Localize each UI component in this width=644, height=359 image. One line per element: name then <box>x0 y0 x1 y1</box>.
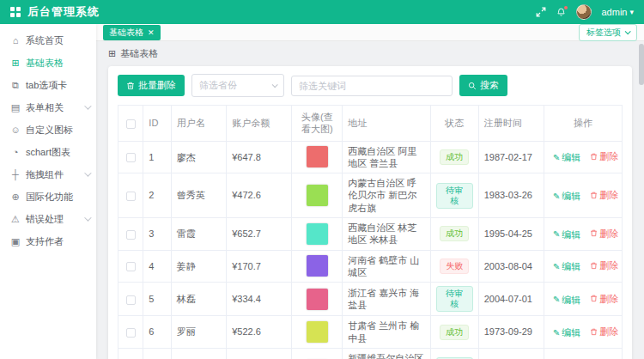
table-row: 6 罗丽 ¥522.6 甘肃省 兰州市 榆中县 成功 1973-09-29 ✎ … <box>118 316 623 349</box>
sidebar-item-系统首页[interactable]: ⌂ 系统首页 <box>0 29 96 52</box>
cell-balance: ¥488.6 <box>227 348 292 359</box>
header-operations: 操作 <box>544 106 622 142</box>
row-checkbox[interactable] <box>126 153 136 162</box>
edit-icon: ✎ <box>553 228 560 240</box>
sidebar-item-label: tab选项卡 <box>26 79 67 92</box>
warning-icon: ⚠ <box>10 214 21 225</box>
table-header-row: ID 用户名 账户余额 头像(查看大图) 地址 状态 注册时间 操作 <box>118 106 623 142</box>
avatar-thumbnail[interactable] <box>307 146 328 167</box>
cell-username: 林磊 <box>171 283 227 316</box>
page-title: 基础表格 <box>120 47 158 60</box>
edit-button[interactable]: ✎ 编辑 <box>553 228 580 240</box>
cell-id: 7 <box>143 348 171 359</box>
tags-options-button[interactable]: 标签选项 <box>579 24 637 41</box>
sidebar-item-国际化功能[interactable]: ⊕ 国际化功能 <box>0 186 96 208</box>
smile-icon: ☺ <box>10 125 21 135</box>
data-table: ID 用户名 账户余额 头像(查看大图) 地址 状态 注册时间 操作 1 廖杰 … <box>118 105 623 359</box>
header-date: 注册时间 <box>478 106 544 142</box>
avatar-thumbnail[interactable] <box>307 255 328 277</box>
status-badge: 成功 <box>440 149 469 165</box>
sidebar-item-拖拽组件[interactable]: ┼ 拖拽组件 <box>0 163 96 186</box>
chevron-down-icon: ▾ <box>629 8 634 16</box>
tab-close-icon[interactable]: ✕ <box>148 28 155 37</box>
delete-button[interactable]: 删除 <box>590 259 618 271</box>
avatar-thumbnail[interactable] <box>307 223 328 245</box>
row-checkbox[interactable] <box>126 262 136 271</box>
user-avatar[interactable] <box>576 4 592 20</box>
edit-button[interactable]: ✎ 编辑 <box>553 151 580 163</box>
scrollbar-thumb[interactable] <box>639 44 644 85</box>
search-button[interactable]: 搜索 <box>459 75 507 96</box>
user-dropdown[interactable]: admin ▾ <box>602 7 635 17</box>
batch-delete-button[interactable]: 批量删除 <box>118 75 185 96</box>
sidebar-item-label: 基础表格 <box>26 57 64 70</box>
cell-username: 郑伟 <box>171 348 227 359</box>
sidebar-item-tab选项卡[interactable]: ⧉ tab选项卡 <box>0 74 96 96</box>
edit-button[interactable]: ✎ 编辑 <box>553 294 580 306</box>
edit-button[interactable]: ✎ 编辑 <box>553 260 580 272</box>
sidebar-item-label: 拖拽组件 <box>26 168 64 181</box>
cell-id: 3 <box>143 218 171 251</box>
edit-icon: ✎ <box>553 294 560 305</box>
sidebar-item-错误处理[interactable]: ⚠ 错误处理 <box>0 208 96 230</box>
delete-button[interactable]: 删除 <box>590 326 618 338</box>
delete-button[interactable]: 删除 <box>590 293 618 305</box>
row-checkbox[interactable] <box>126 328 136 338</box>
notification-bell-icon[interactable] <box>556 8 566 17</box>
cell-register-date: 2003-08-04 <box>478 250 544 283</box>
row-checkbox[interactable] <box>126 295 136 305</box>
cell-balance: ¥652.7 <box>227 218 292 251</box>
sidebar-item-表单相关[interactable]: ▤ 表单相关 <box>0 96 96 119</box>
table-icon: ⊞ <box>108 48 116 59</box>
home-icon: ⌂ <box>10 35 21 46</box>
cell-address: 甘肃省 兰州市 榆中县 <box>343 316 431 349</box>
avatar-thumbnail[interactable] <box>307 289 328 310</box>
fullscreen-icon[interactable] <box>536 7 546 17</box>
header-address: 地址 <box>343 106 431 142</box>
tabs-bar: 基础表格 ✕ 标签选项 <box>96 24 644 41</box>
sidebar-item-基础表格[interactable]: ⊞ 基础表格 <box>0 52 96 74</box>
chart-icon: ◔ <box>10 147 21 157</box>
header-thumb: 头像(查看大图) <box>292 106 343 142</box>
top-header: 后台管理系统 admin ▾ <box>0 0 644 24</box>
chevron-down-icon <box>84 102 91 109</box>
edit-button[interactable]: ✎ 编辑 <box>553 326 580 338</box>
cell-address: 浙江省 嘉兴市 海盐县 <box>343 283 431 316</box>
avatar-thumbnail[interactable] <box>307 321 328 343</box>
keyword-filter-input[interactable] <box>291 76 453 96</box>
cell-username: 雷霞 <box>171 218 227 251</box>
row-checkbox[interactable] <box>126 192 136 201</box>
sidebar-item-支持作者[interactable]: ▣ 支持作者 <box>0 230 96 253</box>
sidebar-item-自定义图标[interactable]: ☺ 自定义图标 <box>0 119 96 141</box>
app-title: 后台管理系统 <box>27 4 100 20</box>
delete-icon <box>590 262 598 270</box>
chevron-down-icon <box>272 82 278 88</box>
row-checkbox[interactable] <box>126 230 136 240</box>
tab-basic-table[interactable]: 基础表格 ✕ <box>103 25 161 40</box>
form-icon: ▤ <box>10 102 21 113</box>
chevron-down-icon <box>84 169 91 176</box>
cell-address: 西藏自治区 林芝地区 米林县 <box>343 218 431 251</box>
avatar-thumbnail[interactable] <box>307 185 328 206</box>
select-all-checkbox[interactable] <box>126 119 136 129</box>
cell-id: 2 <box>143 173 171 218</box>
chevron-down-icon <box>84 214 91 221</box>
cell-balance: ¥334.4 <box>227 283 292 316</box>
sidebar-item-label: 支持作者 <box>26 235 64 248</box>
table-icon: ⊞ <box>10 58 21 69</box>
table-row: 1 廖杰 ¥647.8 西藏自治区 阿里地区 普兰县 成功 1987-02-17… <box>118 141 623 173</box>
status-badge: 成功 <box>440 226 469 241</box>
globe-icon: ⊕ <box>10 192 21 203</box>
sidebar-item-schart图表[interactable]: ◔ schart图表 <box>0 141 96 163</box>
sidebar-item-label: schart图表 <box>26 146 70 159</box>
scrollbar[interactable] <box>639 42 644 359</box>
province-filter-select[interactable]: 筛选省份 <box>191 74 284 97</box>
app-logo: 后台管理系统 <box>10 4 100 20</box>
delete-button[interactable]: 删除 <box>590 150 618 162</box>
edit-button[interactable]: ✎ 编辑 <box>553 190 580 202</box>
delete-button[interactable]: 删除 <box>590 228 618 240</box>
cell-address: 西藏自治区 阿里地区 普兰县 <box>343 141 431 173</box>
delete-button[interactable]: 删除 <box>590 189 618 201</box>
cell-username: 廖杰 <box>171 141 227 173</box>
cell-username: 姜静 <box>171 250 227 283</box>
